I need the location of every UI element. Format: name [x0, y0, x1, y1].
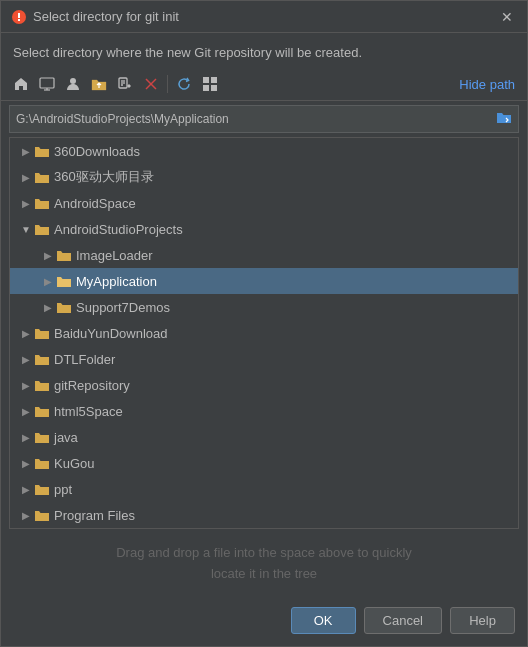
- expand-arrow: ▶: [18, 429, 34, 445]
- home-button[interactable]: [9, 72, 33, 96]
- tree-row[interactable]: ▶ 360Downloads: [10, 138, 518, 164]
- git-icon: [11, 9, 27, 25]
- expand-arrow: ▶: [18, 351, 34, 367]
- svg-rect-14: [211, 85, 217, 91]
- folder-icon: [34, 481, 50, 497]
- file-tree[interactable]: ▶ 360Downloads ▶ 360驱动大师目录 ▶ AndroidSpac…: [9, 137, 519, 529]
- edit-button[interactable]: [113, 72, 137, 96]
- drag-hint: Drag and drop a file into the space abov…: [1, 529, 527, 599]
- expand-arrow: ▼: [18, 221, 34, 237]
- tree-item-label: DTLFolder: [54, 352, 115, 367]
- desktop-button[interactable]: [35, 72, 59, 96]
- tree-row[interactable]: ▶ 360驱动大师目录: [10, 164, 518, 190]
- tree-row[interactable]: ▶ AndroidSpace: [10, 190, 518, 216]
- path-bar: G:\AndroidStudioProjects\MyApplication: [9, 105, 519, 133]
- toolbar: Hide path: [1, 68, 527, 101]
- folder-icon: [34, 143, 50, 159]
- expand-arrow: ▶: [18, 507, 34, 523]
- tree-item-label: AndroidStudioProjects: [54, 222, 183, 237]
- dialog-description: Select directory where the new Git repos…: [1, 33, 527, 68]
- dialog-title: Select directory for git init: [33, 9, 179, 24]
- folder-icon: [34, 351, 50, 367]
- tree-item-label: KuGou: [54, 456, 94, 471]
- title-left: Select directory for git init: [11, 9, 179, 25]
- expand-arrow: ▶: [18, 481, 34, 497]
- folder-icon: [34, 325, 50, 341]
- expand-arrow: ▶: [18, 169, 34, 185]
- svg-rect-12: [211, 77, 217, 83]
- svg-rect-1: [40, 78, 54, 88]
- expand-arrow: ▶: [18, 403, 34, 419]
- tree-row[interactable]: ▶ KuGou: [10, 450, 518, 476]
- folder-icon: [34, 507, 50, 523]
- svg-point-4: [70, 78, 76, 84]
- folder-icon: [34, 455, 50, 471]
- folder-icon: [56, 273, 72, 289]
- expand-arrow: ▶: [40, 273, 56, 289]
- button-row: OK Cancel Help: [1, 599, 527, 646]
- expand-arrow: ▶: [18, 143, 34, 159]
- tree-row[interactable]: ▶ ImageLoader: [10, 242, 518, 268]
- ok-button[interactable]: OK: [291, 607, 356, 634]
- close-button[interactable]: ✕: [497, 8, 517, 26]
- drag-hint-line1: Drag and drop a file into the space abov…: [13, 543, 515, 564]
- tree-row[interactable]: ▶ Program Files: [10, 502, 518, 528]
- folder-icon: [34, 221, 50, 237]
- tree-row[interactable]: ▶ ppt: [10, 476, 518, 502]
- folder-icon: [34, 429, 50, 445]
- tree-item-label: html5Space: [54, 404, 123, 419]
- title-bar: Select directory for git init ✕: [1, 1, 527, 33]
- tree-item-label: AndroidSpace: [54, 196, 136, 211]
- path-text: G:\AndroidStudioProjects\MyApplication: [16, 112, 492, 126]
- expand-arrow: ▶: [40, 299, 56, 315]
- tree-item-label: BaiduYunDownload: [54, 326, 167, 341]
- toolbar-separator: [167, 75, 168, 93]
- dialog: Select directory for git init ✕ Select d…: [0, 0, 528, 647]
- tree-item-label: Support7Demos: [76, 300, 170, 315]
- tree-row[interactable]: ▶ Support7Demos: [10, 294, 518, 320]
- folder-icon: [56, 299, 72, 315]
- tree-item-label: java: [54, 430, 78, 445]
- tree-row[interactable]: ▶ DTLFolder: [10, 346, 518, 372]
- expand-arrow: ▶: [18, 325, 34, 341]
- folder-icon: [34, 169, 50, 185]
- expand-arrow: ▶: [40, 247, 56, 263]
- folder-icon: [56, 247, 72, 263]
- new-folder-up-button[interactable]: [87, 72, 111, 96]
- folder-icon: [34, 377, 50, 393]
- tree-item-label: ppt: [54, 482, 72, 497]
- svg-rect-13: [203, 85, 209, 91]
- tree-item-label: MyApplication: [76, 274, 157, 289]
- folder-icon: [34, 195, 50, 211]
- delete-button[interactable]: [139, 72, 163, 96]
- tree-item-label: Program Files: [54, 508, 135, 523]
- tree-row[interactable]: ▶ html5Space: [10, 398, 518, 424]
- tree-item-label: ImageLoader: [76, 248, 153, 263]
- svg-rect-11: [203, 77, 209, 83]
- path-browse-icon[interactable]: [496, 109, 512, 129]
- cancel-button[interactable]: Cancel: [364, 607, 442, 634]
- tree-row[interactable]: ▶ java: [10, 424, 518, 450]
- expand-arrow: ▶: [18, 455, 34, 471]
- tree-item-label: 360驱动大师目录: [54, 168, 154, 186]
- drag-hint-line2: locate it in the tree: [13, 564, 515, 585]
- help-button[interactable]: Help: [450, 607, 515, 634]
- tree-item-label: 360Downloads: [54, 144, 140, 159]
- refresh-button[interactable]: [172, 72, 196, 96]
- expand-arrow: ▶: [18, 195, 34, 211]
- tree-row[interactable]: ▶ BaiduYunDownload: [10, 320, 518, 346]
- tree-row[interactable]: ▶ MyApplication: [10, 268, 518, 294]
- view-toggle-button[interactable]: [198, 72, 222, 96]
- tree-row[interactable]: ▶ gitRepository: [10, 372, 518, 398]
- user-home-button[interactable]: [61, 72, 85, 96]
- folder-icon: [34, 403, 50, 419]
- tree-row[interactable]: ▼ AndroidStudioProjects: [10, 216, 518, 242]
- tree-item-label: gitRepository: [54, 378, 130, 393]
- expand-arrow: ▶: [18, 377, 34, 393]
- hide-path-button[interactable]: Hide path: [455, 75, 519, 94]
